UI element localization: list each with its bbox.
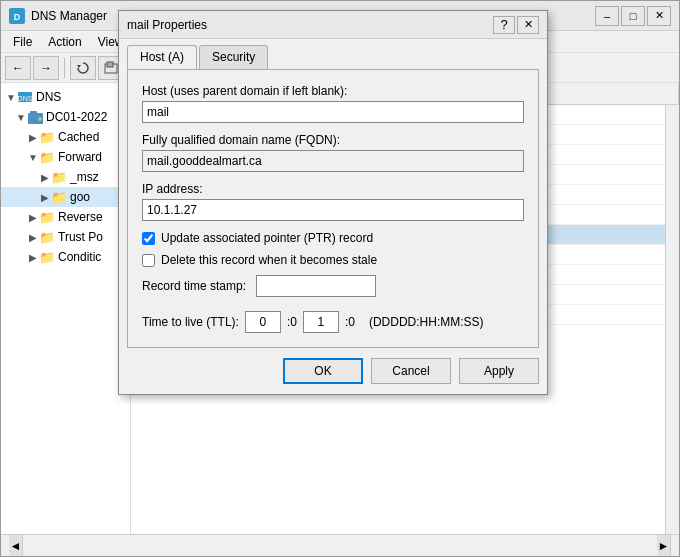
statusbar-left-arrow[interactable]: ◄: [9, 535, 23, 556]
delete-stale-row: Delete this record when it becomes stale: [142, 253, 524, 267]
ttl-minutes-input[interactable]: [303, 311, 339, 333]
dialog-close-button[interactable]: ✕: [517, 16, 539, 34]
scrollbar[interactable]: [665, 105, 679, 534]
tab-security[interactable]: Security: [199, 45, 268, 69]
host-field-group: Host (uses parent domain if left blank):: [142, 84, 524, 123]
fqdn-label: Fully qualified domain name (FQDN):: [142, 133, 524, 147]
tree-arrow: ▼: [15, 112, 27, 123]
app-title: DNS Manager: [31, 9, 107, 23]
folder-icon-forward: 📁: [39, 149, 55, 165]
folder-icon-cached: 📁: [39, 129, 55, 145]
maximize-button[interactable]: □: [621, 6, 645, 26]
tree-arrow: ▶: [27, 132, 39, 143]
update-ptr-checkbox[interactable]: [142, 232, 155, 245]
update-ptr-label: Update associated pointer (PTR) record: [161, 231, 373, 245]
tree-label-cached: Cached: [58, 130, 99, 144]
tree-item-dc01[interactable]: ▼ DC01-2022: [1, 107, 130, 127]
folder-icon-trust: 📁: [39, 229, 55, 245]
ttl-sep-2: :0: [345, 315, 355, 329]
ttl-sep-1: :0: [287, 315, 297, 329]
host-label: Host (uses parent domain if left blank):: [142, 84, 524, 98]
ttl-row: Time to live (TTL): :0 :0 (DDDDD:HH:MM:S…: [142, 311, 524, 333]
app-icon: D: [9, 8, 25, 24]
tree-arrow: ▶: [27, 212, 39, 223]
folder-icon-msz: 📁: [51, 169, 67, 185]
back-button[interactable]: ←: [5, 56, 31, 80]
forward-button[interactable]: →: [33, 56, 59, 80]
ip-label: IP address:: [142, 182, 524, 196]
statusbar-right-arrow[interactable]: ►: [657, 535, 671, 556]
tree-arrow: ▶: [27, 232, 39, 243]
svg-marker-2: [77, 65, 81, 68]
refresh-button[interactable]: [70, 56, 96, 80]
ip-input[interactable]: [142, 199, 524, 221]
delete-stale-label: Delete this record when it becomes stale: [161, 253, 377, 267]
tree-label-msz: _msz: [70, 170, 99, 184]
delete-stale-checkbox[interactable]: [142, 254, 155, 267]
svg-point-9: [38, 117, 42, 121]
toolbar-separator: [64, 58, 65, 78]
menu-file[interactable]: File: [5, 33, 40, 51]
dialog-controls: ? ✕: [493, 16, 539, 34]
apply-button[interactable]: Apply: [459, 358, 539, 384]
server-icon: [27, 109, 43, 125]
dialog-title: mail Properties: [127, 18, 207, 32]
tree-label-dc01: DC01-2022: [46, 110, 107, 124]
dialog-tabs: Host (A) Security: [119, 39, 547, 69]
ttl-days-input[interactable]: [245, 311, 281, 333]
folder-icon-goo: 📁: [51, 189, 67, 205]
dialog-footer: OK Cancel Apply: [119, 348, 547, 394]
svg-text:DNS: DNS: [18, 95, 33, 102]
tree-arrow: ▼: [5, 92, 17, 103]
tree-item-reverse[interactable]: ▶ 📁 Reverse: [1, 207, 130, 227]
tree-item-msz[interactable]: ▶ 📁 _msz: [1, 167, 130, 187]
tree-arrow: ▶: [39, 172, 51, 183]
folder-icon-reverse: 📁: [39, 209, 55, 225]
mail-properties-dialog: mail Properties ? ✕ Host (A) Security Ho…: [118, 10, 548, 395]
ttl-format-label: (DDDDD:HH:MM:SS): [369, 315, 484, 329]
ttl-label: Time to live (TTL):: [142, 315, 239, 329]
tab-host-a[interactable]: Host (A): [127, 45, 197, 69]
record-timestamp-input[interactable]: [256, 275, 376, 297]
tree-arrow: ▼: [27, 152, 39, 163]
tree-item-goo[interactable]: ▶ 📁 goo: [1, 187, 130, 207]
close-button[interactable]: ✕: [647, 6, 671, 26]
minimize-button[interactable]: –: [595, 6, 619, 26]
window-controls: – □ ✕: [595, 6, 671, 26]
tree-label-trust: Trust Po: [58, 230, 103, 244]
menu-action[interactable]: Action: [40, 33, 89, 51]
svg-rect-4: [107, 62, 113, 67]
tree-item-cached[interactable]: ▶ 📁 Cached: [1, 127, 130, 147]
tree-item-trust[interactable]: ▶ 📁 Trust Po: [1, 227, 130, 247]
tree-label-forward: Forward: [58, 150, 102, 164]
fqdn-field-group: Fully qualified domain name (FQDN):: [142, 133, 524, 172]
ip-field-group: IP address:: [142, 182, 524, 221]
fqdn-input[interactable]: [142, 150, 524, 172]
svg-rect-8: [30, 111, 37, 115]
statusbar: ◄ ►: [1, 534, 679, 556]
tree-label-conditic: Conditic: [58, 250, 101, 264]
tree-panel: ▼ DNS DNS ▼ DC01-2022 ▶ 📁 Cached ▼ �: [1, 83, 131, 534]
record-timestamp-group: Record time stamp:: [142, 275, 524, 297]
host-input[interactable]: [142, 101, 524, 123]
update-ptr-row: Update associated pointer (PTR) record: [142, 231, 524, 245]
ok-button[interactable]: OK: [283, 358, 363, 384]
tree-arrow: ▶: [39, 192, 51, 203]
tree-arrow: ▶: [27, 252, 39, 263]
tree-label-reverse: Reverse: [58, 210, 103, 224]
dialog-content: Host (uses parent domain if left blank):…: [127, 69, 539, 348]
record-timestamp-label: Record time stamp:: [142, 279, 246, 293]
dns-icon: DNS: [17, 89, 33, 105]
tree-item-conditic[interactable]: ▶ 📁 Conditic: [1, 247, 130, 267]
cancel-button[interactable]: Cancel: [371, 358, 451, 384]
dialog-titlebar: mail Properties ? ✕: [119, 11, 547, 39]
tree-item-dns[interactable]: ▼ DNS DNS: [1, 87, 130, 107]
tree-label-dns: DNS: [36, 90, 61, 104]
tree-label-goo: goo: [70, 190, 90, 204]
folder-icon-conditic: 📁: [39, 249, 55, 265]
help-button[interactable]: ?: [493, 16, 515, 34]
svg-text:D: D: [14, 12, 21, 22]
tree-item-forward[interactable]: ▼ 📁 Forward: [1, 147, 130, 167]
